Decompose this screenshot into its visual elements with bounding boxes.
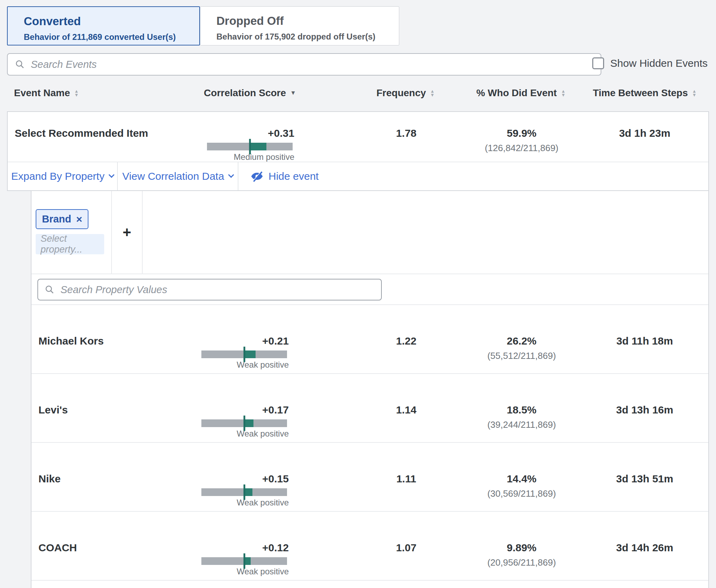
correlation-cell: +0.21 Weak positive (201, 335, 289, 369)
correlation-strength-label: Weak positive (201, 567, 289, 576)
correlation-bar-fill (244, 488, 252, 496)
pct-value: 59.9% (462, 127, 581, 139)
eye-off-icon (250, 170, 264, 183)
correlation-bar-zero-tick (243, 416, 245, 431)
table-header: Event Name ▲▼ Correlation Score ▼ Freque… (7, 87, 709, 107)
event-row[interactable]: Select Recommended Item +0.31 Medium pos… (8, 112, 708, 162)
pct-cell: 18.5% (39,244/211,869) (462, 404, 581, 431)
time-between-steps-value: 3d 1h 23m (581, 127, 708, 139)
sort-icon[interactable]: ▲▼ (692, 89, 696, 97)
correlation-bar-zero-tick (249, 139, 251, 154)
pct-fraction: (20,956/211,869) (462, 557, 581, 568)
remove-chip-icon[interactable]: × (76, 214, 83, 224)
search-events-box[interactable] (7, 53, 601, 76)
hide-event-button[interactable]: Hide event (238, 162, 318, 190)
correlation-bar-zero-tick (243, 347, 245, 362)
pct-value: 26.2% (462, 335, 581, 347)
select-property-input[interactable]: Select property... (36, 234, 104, 254)
correlation-bar-fill (244, 557, 251, 565)
frequency-value: 1.14 (350, 404, 462, 416)
column-header-pct-who-did-event[interactable]: % Who Did Event ▲▼ (461, 87, 580, 99)
column-header-frequency[interactable]: Frequency ▲▼ (350, 87, 461, 99)
column-header-time-between-steps[interactable]: Time Between Steps ▲▼ (580, 87, 709, 99)
tab-dropped-off-subtitle: Behavior of 175,902 dropped off User(s) (216, 32, 399, 42)
conversion-tabs: Converted Behavior of 211,869 converted … (7, 6, 399, 45)
property-name: Nike (31, 473, 196, 485)
property-row[interactable]: Michael Kors +0.21 Weak positive 1.22 26… (31, 305, 708, 374)
correlation-analysis-view: Converted Behavior of 211,869 converted … (0, 0, 716, 588)
chevron-down-icon (108, 172, 114, 178)
pct-cell: 26.2% (55,512/211,869) (462, 335, 581, 362)
expand-by-property-button[interactable]: Expand By Property (8, 162, 118, 190)
sort-icon[interactable]: ▲▼ (561, 89, 566, 97)
column-header-event-name[interactable]: Event Name ▲▼ (7, 87, 196, 99)
tab-converted-subtitle: Behavior of 211,869 converted User(s) (24, 32, 199, 42)
pct-value: 14.4% (462, 473, 581, 485)
correlation-score: +0.15 (201, 473, 289, 485)
event-card: Select Recommended Item +0.31 Medium pos… (7, 111, 709, 191)
pct-fraction: (39,244/211,869) (462, 419, 581, 431)
add-property-button[interactable]: + (112, 191, 143, 274)
correlation-strength-label: Medium positive (207, 153, 294, 162)
property-picker: Brand × Select property... + (31, 191, 708, 274)
correlation-bar (207, 143, 293, 150)
correlation-bar-fill (244, 350, 256, 358)
tab-dropped-off-title: Dropped Off (216, 14, 399, 28)
property-breakdown-panel: Brand × Select property... + (31, 191, 709, 588)
event-action-bar: Expand By Property View Correlation Data… (8, 162, 708, 190)
property-row[interactable]: COACH +0.12 Weak positive 1.07 9.89% (20… (31, 512, 708, 581)
property-chip-column: Brand × Select property... (31, 191, 112, 274)
correlation-score: +0.12 (201, 542, 289, 554)
brand-property-chip[interactable]: Brand × (36, 209, 88, 229)
search-property-values-box[interactable] (37, 279, 382, 300)
view-correlation-data-button[interactable]: View Correlation Data (118, 162, 238, 190)
search-property-values-section (31, 274, 708, 305)
correlation-bar (201, 488, 287, 496)
search-icon (15, 59, 25, 70)
frequency-value: 1.78 (350, 127, 462, 139)
search-events-input[interactable] (31, 59, 594, 70)
correlation-cell: +0.15 Weak positive (201, 473, 289, 507)
sort-icon[interactable]: ▲▼ (74, 89, 79, 97)
search-icon (44, 284, 55, 295)
time-between-steps-value: 3d 13h 51m (581, 473, 708, 485)
property-row[interactable]: Nike +0.15 Weak positive 1.11 14.4% (30,… (31, 443, 708, 512)
correlation-strength-label: Weak positive (201, 429, 289, 438)
property-name: Levi's (31, 404, 196, 416)
property-name: Michael Kors (31, 335, 196, 347)
correlation-bar-zero-tick (243, 553, 245, 569)
column-header-correlation-score[interactable]: Correlation Score ▼ (201, 87, 299, 99)
pct-fraction: (30,569/211,869) (462, 488, 581, 500)
pct-cell: 9.89% (20,956/211,869) (462, 542, 581, 568)
pct-fraction: (126,842/211,869) (462, 142, 581, 154)
checkbox-icon[interactable] (592, 57, 604, 69)
correlation-bar-zero-tick (243, 484, 245, 500)
correlation-score: +0.21 (201, 335, 289, 347)
property-row[interactable]: Levi's +0.17 Weak positive 1.14 18.5% (3… (31, 374, 708, 443)
sort-icon[interactable]: ▲▼ (430, 89, 435, 97)
tab-dropped-off[interactable]: Dropped Off Behavior of 175,902 dropped … (200, 6, 399, 45)
chip-label: Brand (42, 213, 71, 225)
plus-icon: + (123, 224, 131, 241)
time-between-steps-value: 3d 13h 16m (581, 404, 708, 416)
correlation-strength-label: Weak positive (201, 498, 289, 507)
sort-desc-icon[interactable]: ▼ (290, 90, 296, 97)
show-hidden-events-toggle[interactable]: Show Hidden Events (592, 57, 708, 69)
correlation-bar (201, 419, 287, 427)
correlation-cell: +0.12 Weak positive (201, 542, 289, 576)
pct-value: 9.89% (462, 542, 581, 554)
tab-converted-title: Converted (24, 15, 199, 28)
correlation-cell: +0.17 Weak positive (201, 404, 289, 438)
frequency-value: 1.07 (350, 542, 462, 554)
tab-converted[interactable]: Converted Behavior of 211,869 converted … (7, 6, 200, 45)
property-name: COACH (31, 542, 196, 554)
correlation-bar (201, 350, 287, 358)
time-between-steps-value: 3d 11h 18m (581, 335, 708, 347)
correlation-strength-label: Weak positive (201, 360, 289, 369)
pct-cell: 59.9% (126,842/211,869) (462, 127, 581, 154)
chevron-down-icon (228, 172, 234, 178)
search-property-values-input[interactable] (60, 284, 375, 296)
pct-value: 18.5% (462, 404, 581, 416)
correlation-score: +0.31 (207, 127, 294, 139)
time-between-steps-value: 3d 14h 26m (581, 542, 708, 554)
